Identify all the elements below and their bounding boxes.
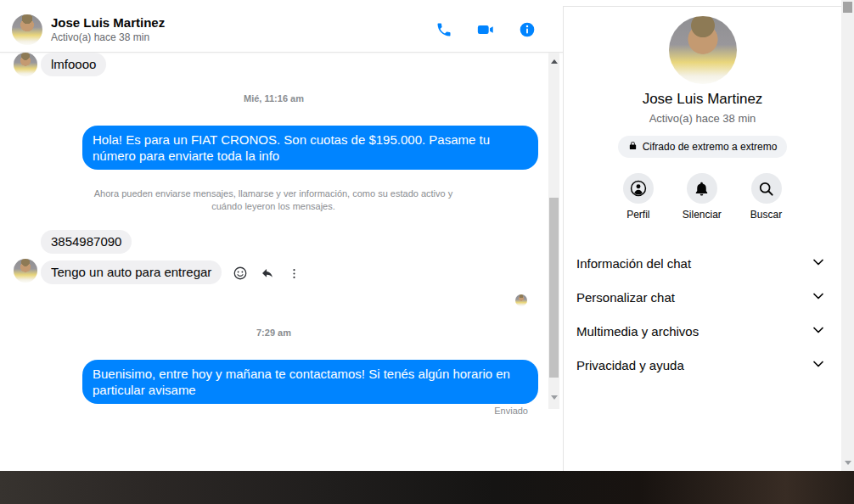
profile-active-status: Activo(a) hace 38 min — [564, 112, 841, 125]
search-action-button[interactable]: Buscar — [750, 173, 782, 221]
page-scrollbar-thumb[interactable] — [843, 2, 852, 13]
chevron-down-icon — [812, 255, 825, 272]
smiley-react-icon — [233, 266, 248, 283]
reply-button[interactable] — [259, 265, 277, 285]
incoming-message-bubble[interactable]: lmfoooo — [41, 53, 106, 76]
chevron-down-icon — [812, 289, 825, 305]
mute-action-label: Silenciar — [683, 209, 722, 221]
conversation-info-panel: Jose Luis Martinez Activo(a) hace 38 min… — [563, 7, 841, 471]
section-chat-info[interactable]: Información del chat — [564, 246, 841, 280]
incoming-message-bubble[interactable]: 3854987090 — [41, 230, 132, 254]
search-action-label: Buscar — [750, 209, 782, 221]
info-sections: Información del chat Personalizar chat M… — [564, 246, 841, 382]
chat-scrollbar-thumb[interactable] — [549, 198, 559, 378]
chevron-down-icon — [812, 323, 825, 339]
video-call-button[interactable] — [475, 19, 497, 43]
sender-avatar[interactable] — [14, 53, 37, 76]
outgoing-message-bubble[interactable]: Buenisimo, entre hoy y mañana te contact… — [82, 360, 538, 404]
scroll-down-arrow-icon[interactable] — [845, 461, 851, 465]
profile-avatar[interactable] — [669, 16, 737, 84]
reply-arrow-icon — [261, 266, 275, 283]
vertical-dots-icon — [288, 267, 301, 283]
voice-call-button[interactable] — [434, 20, 454, 42]
chat-scrollbar[interactable] — [548, 53, 559, 409]
info-icon — [519, 21, 536, 41]
chat-title: Jose Luis Martinez — [51, 15, 165, 30]
chat-panel: Jose Luis Martinez Activo(a) hace 38 min… — [0, 0, 563, 471]
react-button[interactable] — [231, 264, 250, 285]
message-hover-actions — [231, 264, 302, 285]
outgoing-message-bubble[interactable]: Hola! Es para un FIAT CRONOS. Son cuotas… — [82, 126, 538, 170]
mute-action-button[interactable]: Silenciar — [683, 173, 722, 221]
message-timestamp: Mié, 11:16 am — [0, 93, 548, 104]
encryption-badge-label: Cifrado de extremo a extremo — [643, 141, 778, 153]
video-camera-icon — [476, 20, 495, 42]
sender-avatar[interactable] — [14, 259, 37, 283]
composer-bar: GIF — [0, 424, 563, 471]
quick-actions: Perfil Silenciar Buscar — [564, 173, 841, 221]
profile-name: Jose Luis Martinez — [564, 91, 841, 108]
scroll-up-arrow-icon[interactable] — [551, 59, 558, 64]
encryption-badge-row: Cifrado de extremo a extremo — [564, 136, 841, 158]
system-note: Ahora pueden enviarse mensajes, llamarse… — [91, 188, 456, 213]
section-media-files[interactable]: Multimedia y archivos — [564, 314, 841, 348]
section-privacy-help[interactable]: Privacidad y ayuda — [564, 348, 841, 382]
scroll-down-arrow-icon[interactable] — [551, 395, 558, 400]
header-actions — [434, 19, 537, 43]
profile-action-label: Perfil — [626, 209, 649, 221]
phone-icon — [435, 21, 452, 41]
message-more-button[interactable] — [286, 266, 302, 284]
person-icon — [623, 173, 654, 204]
chat-active-status: Activo(a) hace 38 min — [51, 31, 165, 43]
lock-icon — [628, 141, 638, 153]
message-timestamp: 7:29 am — [0, 328, 548, 338]
conversation-info-button[interactable] — [517, 20, 537, 42]
windows-taskbar: ESP 07:29 25/7/2024 7 — [0, 471, 854, 504]
chevron-down-icon — [812, 357, 825, 373]
page-scrollbar[interactable] — [841, 0, 854, 471]
section-customize-chat[interactable]: Personalizar chat — [564, 280, 841, 314]
bell-icon — [687, 173, 717, 204]
header-texts: Jose Luis Martinez Activo(a) hace 38 min — [51, 15, 165, 43]
screen: Jose Luis Martinez Activo(a) hace 38 min… — [0, 0, 854, 504]
delivery-status: Enviado — [494, 406, 528, 416]
incoming-message-bubble[interactable]: Tengo un auto para entregar — [41, 260, 222, 284]
chat-header: Jose Luis Martinez Activo(a) hace 38 min — [0, 7, 563, 53]
header-avatar[interactable] — [12, 14, 42, 45]
profile-action-button[interactable]: Perfil — [623, 173, 654, 221]
search-icon — [751, 173, 782, 204]
seen-indicator-avatar — [515, 294, 527, 306]
encryption-badge[interactable]: Cifrado de extremo a extremo — [618, 136, 788, 158]
